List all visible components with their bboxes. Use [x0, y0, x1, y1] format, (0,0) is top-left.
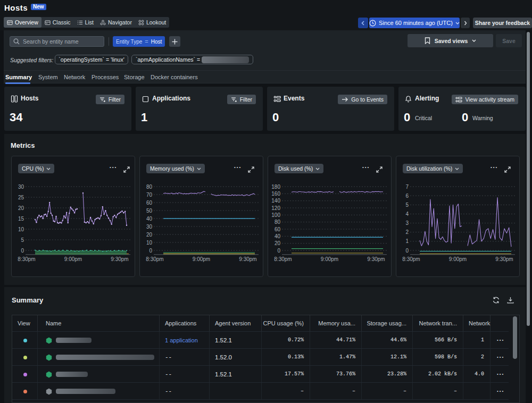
svg-text:9:30pm: 9:30pm: [367, 256, 385, 262]
svg-text:8:30pm: 8:30pm: [18, 256, 35, 262]
svg-text:9:30pm: 9:30pm: [111, 256, 128, 262]
svg-text:25: 25: [18, 195, 24, 200]
svg-text:160: 160: [271, 191, 280, 197]
svg-text:50: 50: [146, 208, 153, 214]
svg-text:8:30pm: 8:30pm: [402, 256, 420, 262]
svg-text:4: 4: [405, 211, 409, 217]
svg-text:100: 100: [271, 212, 280, 218]
svg-text:9:30pm: 9:30pm: [495, 256, 513, 262]
svg-text:80: 80: [275, 219, 281, 225]
svg-text:120: 120: [271, 205, 280, 211]
svg-text:9:30pm: 9:30pm: [239, 256, 256, 262]
svg-text:10: 10: [146, 240, 153, 246]
svg-text:9:00pm: 9:00pm: [321, 256, 338, 262]
svg-text:0: 0: [277, 248, 280, 254]
svg-text:70: 70: [146, 192, 153, 198]
svg-text:60: 60: [146, 200, 153, 206]
svg-text:2: 2: [405, 229, 409, 235]
svg-text:9:00pm: 9:00pm: [64, 256, 82, 262]
svg-text:3: 3: [405, 220, 409, 226]
svg-text:0: 0: [21, 248, 24, 254]
svg-text:80: 80: [146, 184, 153, 190]
svg-text:7: 7: [405, 184, 409, 190]
svg-text:9:00pm: 9:00pm: [449, 256, 467, 262]
svg-text:8:30pm: 8:30pm: [146, 256, 163, 262]
svg-text:20: 20: [275, 240, 281, 246]
svg-text:1: 1: [405, 238, 409, 244]
svg-text:15: 15: [18, 216, 24, 222]
svg-text:0: 0: [405, 248, 409, 254]
svg-text:10: 10: [18, 226, 24, 232]
svg-text:6: 6: [405, 193, 409, 199]
svg-text:60: 60: [275, 226, 281, 232]
svg-text:8:30pm: 8:30pm: [274, 256, 292, 262]
svg-text:30: 30: [18, 184, 24, 190]
svg-text:0: 0: [149, 248, 152, 254]
svg-text:5: 5: [21, 237, 24, 243]
svg-text:40: 40: [275, 233, 281, 239]
svg-text:40: 40: [146, 216, 153, 222]
svg-text:20: 20: [18, 205, 24, 211]
svg-text:9:00pm: 9:00pm: [193, 256, 210, 262]
svg-text:20: 20: [146, 232, 153, 238]
svg-text:5: 5: [405, 202, 409, 208]
svg-text:140: 140: [271, 198, 280, 204]
svg-text:30: 30: [146, 224, 153, 230]
svg-text:180: 180: [271, 184, 280, 190]
